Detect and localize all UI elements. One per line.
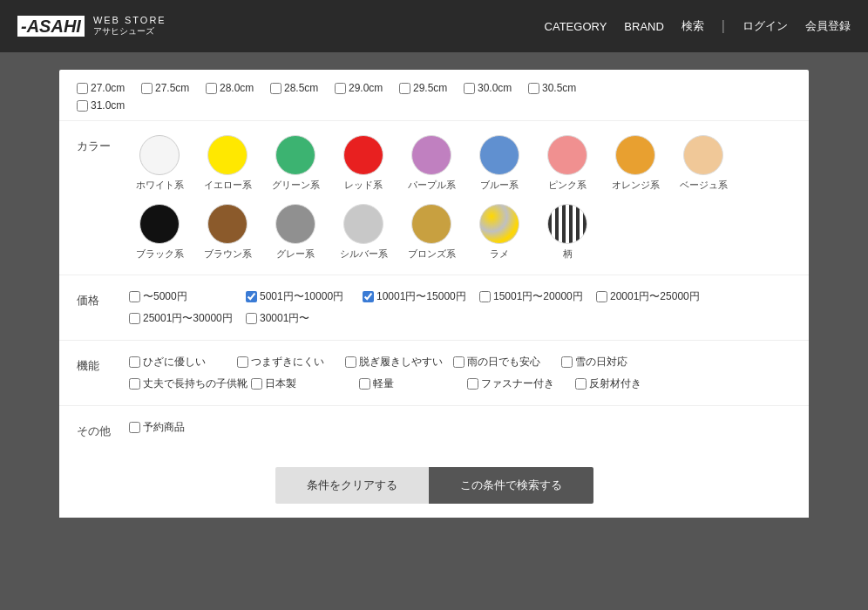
price-label: 15001円〜20000円 xyxy=(493,289,583,304)
func-checkbox[interactable] xyxy=(467,378,478,390)
func-checkbox-label[interactable]: 丈夫で長持ちの子供靴 xyxy=(129,376,248,391)
color-item[interactable]: 柄 xyxy=(537,204,598,261)
color-circle xyxy=(479,204,519,244)
func-checkbox-label[interactable]: 雨の日でも安心 xyxy=(453,355,558,369)
size-checkbox-label[interactable]: 27.0cm xyxy=(77,82,138,94)
price-checkbox[interactable] xyxy=(596,291,607,302)
color-item[interactable]: シルバー系 xyxy=(333,204,394,261)
size-checkbox[interactable] xyxy=(270,83,281,94)
clear-button[interactable]: 条件をクリアする xyxy=(275,467,429,504)
size-checkbox-label[interactable]: 30.5cm xyxy=(528,82,589,94)
size-checkbox[interactable] xyxy=(77,100,88,112)
size-checkbox-label[interactable]: 29.5cm xyxy=(399,82,460,94)
color-circle xyxy=(547,135,587,175)
other-checkbox[interactable] xyxy=(129,422,140,433)
func-label: ひざに優しい xyxy=(143,355,206,369)
func-checkbox-label[interactable]: 軽量 xyxy=(359,376,464,391)
func-checkbox[interactable] xyxy=(237,356,248,368)
price-checkbox-label[interactable]: 〜5000円 xyxy=(129,289,242,304)
func-checkbox-label[interactable]: つまずきにくい xyxy=(237,355,342,369)
func-checkbox[interactable] xyxy=(251,378,262,390)
func-checkbox[interactable] xyxy=(453,356,465,368)
price-checkbox[interactable] xyxy=(363,291,374,302)
func-checkbox-label[interactable]: 日本製 xyxy=(251,376,356,391)
color-item[interactable]: ラメ xyxy=(469,204,530,261)
func-checkbox[interactable] xyxy=(575,378,587,390)
func-checkbox-label[interactable]: 脱ぎ履きしやすい xyxy=(345,355,450,369)
price-checkbox-label[interactable]: 20001円〜25000円 xyxy=(596,289,709,304)
size-checkbox-label[interactable]: 30.0cm xyxy=(464,82,525,94)
nav-brand[interactable]: BRAND xyxy=(624,20,664,33)
price-checkbox-label[interactable]: 30001円〜 xyxy=(246,311,359,326)
color-item-label: 柄 xyxy=(563,247,573,261)
size-checkbox[interactable] xyxy=(399,83,410,94)
color-item[interactable]: グレー系 xyxy=(265,204,326,261)
func-label: つまずきにくい xyxy=(251,355,324,369)
color-item[interactable]: ブルー系 xyxy=(469,135,530,192)
nav-search[interactable]: 検索 xyxy=(682,18,704,34)
price-checkbox[interactable] xyxy=(246,313,257,324)
size-checkbox-label[interactable]: 28.0cm xyxy=(206,82,267,94)
size-checkbox[interactable] xyxy=(528,83,539,94)
size-checkbox-label[interactable]: 29.0cm xyxy=(335,82,396,94)
logo-area: -ASAHI WEB STORE アサヒシューズ xyxy=(17,15,166,37)
price-checkbox-label[interactable]: 25001円〜30000円 xyxy=(129,311,242,326)
func-checkbox[interactable] xyxy=(129,378,140,390)
color-item[interactable]: ブロンズ系 xyxy=(401,204,462,261)
color-item[interactable]: グリーン系 xyxy=(265,135,326,192)
size-checkbox-label[interactable]: 28.5cm xyxy=(270,82,331,94)
func-label: 丈夫で長持ちの子供靴 xyxy=(143,376,248,391)
color-circle xyxy=(343,204,383,244)
nav-login[interactable]: ログイン xyxy=(743,18,788,34)
page-body: 27.0cm27.5cm28.0cm28.5cm29.0cm29.5cm30.0… xyxy=(0,52,868,535)
other-checkbox-label[interactable]: 予約商品 xyxy=(129,420,791,435)
button-row: 条件をクリアする この条件で検索する xyxy=(59,453,809,518)
price-checkbox-label[interactable]: 5001円〜10000円 xyxy=(246,289,359,304)
func-checkbox[interactable] xyxy=(129,356,140,368)
size-label: 30.0cm xyxy=(478,82,512,94)
func-label: 機能 xyxy=(77,355,129,374)
size-checkbox-label[interactable]: 31.0cm xyxy=(77,99,138,112)
price-checkbox-label[interactable]: 10001円〜15000円 xyxy=(363,289,476,304)
size-checkboxes-row2: 31.0cm xyxy=(77,99,791,112)
color-item[interactable]: ホワイト系 xyxy=(129,135,190,192)
color-item[interactable]: ブラウン系 xyxy=(197,204,258,261)
price-checkbox[interactable] xyxy=(129,291,140,302)
size-checkbox[interactable] xyxy=(335,83,346,94)
size-checkbox[interactable] xyxy=(141,83,153,94)
size-checkbox[interactable] xyxy=(464,83,475,94)
nav-category[interactable]: CATEGORY xyxy=(545,20,607,33)
func-checkbox-label[interactable]: ファスナー付き xyxy=(467,376,572,391)
color-item[interactable]: イエロー系 xyxy=(197,135,258,192)
size-checkboxes-row1: 27.0cm27.5cm28.0cm28.5cm29.0cm29.5cm30.0… xyxy=(77,82,791,94)
color-circle xyxy=(411,135,451,175)
size-checkbox[interactable] xyxy=(206,83,217,94)
func-checkbox-label[interactable]: 反射材付き xyxy=(575,376,680,391)
other-label: その他 xyxy=(77,420,129,439)
func-checkbox[interactable] xyxy=(345,356,356,368)
color-item-label: ブラック系 xyxy=(136,247,184,261)
size-checkbox[interactable] xyxy=(77,83,88,94)
color-item[interactable]: ブラック系 xyxy=(129,204,190,261)
func-checkbox[interactable] xyxy=(359,378,370,390)
color-item-label: ホワイト系 xyxy=(136,179,184,192)
color-content: ホワイト系イエロー系グリーン系レッド系パープル系ブルー系ピンク系オレンジ系ベージ… xyxy=(129,135,791,261)
nav-register[interactable]: 会員登録 xyxy=(805,18,851,34)
color-item[interactable]: オレンジ系 xyxy=(605,135,666,192)
func-checkbox-label[interactable]: 雪の日対応 xyxy=(561,355,666,369)
color-circle xyxy=(683,135,723,175)
color-item[interactable]: パープル系 xyxy=(401,135,462,192)
color-item[interactable]: レッド系 xyxy=(333,135,394,192)
price-checkbox[interactable] xyxy=(479,291,491,302)
func-label: 日本製 xyxy=(265,376,296,391)
price-checkbox[interactable] xyxy=(246,291,257,302)
search-button[interactable]: この条件で検索する xyxy=(429,467,593,504)
price-checkbox[interactable] xyxy=(129,313,140,324)
color-item[interactable]: ピンク系 xyxy=(537,135,598,192)
color-item[interactable]: ベージュ系 xyxy=(673,135,734,192)
size-checkbox-label[interactable]: 27.5cm xyxy=(141,82,202,94)
func-checkbox-label[interactable]: ひざに優しい xyxy=(129,355,234,369)
price-checkbox-label[interactable]: 15001円〜20000円 xyxy=(479,289,593,304)
func-checkbox[interactable] xyxy=(561,356,573,368)
size-label: 29.0cm xyxy=(349,82,383,94)
